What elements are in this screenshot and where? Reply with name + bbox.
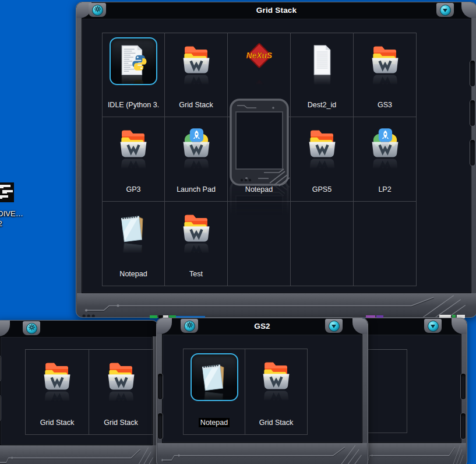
nexus-icon[interactable]: NeXuS: [241, 42, 277, 78]
empty-grid-cell: [368, 349, 407, 433]
empty-grid-cell: [291, 202, 354, 286]
desktop-shortcut-label-2: 2: [0, 219, 26, 229]
mini-window-icon[interactable]: [229, 98, 290, 187]
stack-item-grid-stack[interactable]: Grid Stack: [245, 349, 308, 435]
item-label: [258, 100, 261, 110]
window-footer: [157, 443, 367, 464]
window-footer: [0, 445, 157, 464]
folder-stack-icon[interactable]: [103, 358, 139, 395]
item-label: Notepad: [118, 269, 149, 279]
frame-ridges: [461, 374, 466, 439]
gear-icon: [94, 5, 101, 15]
item-label: Notepad: [244, 185, 274, 194]
left-stack-titlebar[interactable]: [0, 321, 158, 336]
settings-button[interactable]: [23, 321, 40, 335]
circuit-decoration: [0, 445, 157, 464]
notepad-icon[interactable]: [196, 359, 232, 395]
icon-grid: IDLE (Python 3. Grid Stack NeXuS Dest2_i…: [102, 33, 417, 286]
stack-item-test[interactable]: Test: [165, 202, 228, 286]
item-label: GP3: [124, 185, 142, 194]
grid-stack-titlebar[interactable]: Grid Stack: [76, 2, 476, 18]
circuit-decoration: [361, 443, 466, 464]
arrow-orb[interactable]: [428, 321, 439, 332]
right-stack-titlebar[interactable]: [361, 318, 467, 334]
settings-button[interactable]: [181, 319, 198, 333]
folder-stack-icon[interactable]: [115, 126, 151, 162]
frame-ridges: [470, 61, 475, 166]
item-label: Grid Stack: [38, 418, 76, 427]
item-label: IDLE (Python 3.: [106, 100, 161, 110]
item-label: Grid Stack: [258, 418, 295, 427]
stack-item-grid-stack[interactable]: Grid Stack: [165, 33, 228, 117]
window-grid-stack: Grid Stack IDLE (Python 3. Grid Stack Ne…: [76, 2, 476, 318]
circuit-decoration: [77, 293, 476, 317]
arrow-orb[interactable]: [329, 321, 340, 332]
stack-item-launch-pad[interactable]: Launch Pad: [165, 117, 228, 202]
item-label: Grid Stack: [177, 100, 214, 110]
gear-icon: [186, 321, 193, 331]
icon-grid: Grid Stack Grid Stack: [25, 349, 153, 435]
stack-item-grid-stack[interactable]: Grid Stack: [89, 349, 153, 435]
python-idle-icon[interactable]: [115, 43, 151, 79]
frame-ridges: [158, 374, 163, 439]
launchpad-icon[interactable]: [178, 126, 214, 162]
window-footer: [361, 443, 466, 464]
down-arrow-icon: [431, 325, 435, 328]
stack-item-notepad-window[interactable]: Notepad: [228, 117, 291, 202]
down-arrow-icon: [332, 325, 336, 328]
stack-item-nexus[interactable]: NeXuS: [228, 33, 291, 117]
window-gs2: GS2 Notepad Grid Stack: [156, 318, 368, 464]
window-title: Grid Stack: [76, 2, 476, 18]
window-footer: [77, 293, 476, 317]
item-label: Launch Pad: [175, 185, 217, 194]
window-left-stack: Grid Stack Grid Stack: [0, 320, 158, 464]
circuit-decoration: [157, 443, 367, 464]
gear-orb[interactable]: [26, 323, 37, 334]
item-label: Grid Stack: [102, 418, 139, 427]
folder-stack-icon[interactable]: [258, 358, 294, 394]
desktop-shortcut-dive[interactable]: DIVE… 2: [0, 182, 33, 229]
gs2-titlebar[interactable]: GS2: [157, 318, 368, 334]
gear-orb[interactable]: [184, 321, 195, 332]
dive-app-icon: [0, 195, 15, 205]
stack-item-gs3[interactable]: GS3: [354, 33, 417, 117]
folder-stack-icon[interactable]: [39, 358, 75, 395]
stack-item-idle-python[interactable]: IDLE (Python 3.: [102, 33, 165, 117]
arrow-orb[interactable]: [440, 5, 451, 16]
collapse-button[interactable]: [325, 319, 343, 333]
folder-stack-icon[interactable]: [178, 210, 214, 247]
stack-item-gp3[interactable]: GP3: [102, 117, 165, 202]
folder-stack-icon[interactable]: [367, 42, 403, 78]
stack-item-lp2[interactable]: LP2: [354, 117, 417, 202]
desktop-shortcut-label: DIVE…: [0, 209, 37, 219]
gear-orb[interactable]: [92, 5, 103, 16]
folder-stack-icon[interactable]: [304, 126, 340, 162]
collapse-button[interactable]: [424, 319, 442, 333]
launchpad-icon[interactable]: [367, 126, 403, 162]
stack-item-gps5[interactable]: GPS5: [291, 117, 354, 202]
stack-item-notepad[interactable]: Notepad: [183, 349, 245, 435]
stack-item-notepad[interactable]: Notepad: [102, 202, 165, 286]
selected-item-frame: [110, 37, 157, 85]
empty-grid-cell: [228, 202, 291, 286]
stack-item-grid-stack[interactable]: Grid Stack: [25, 349, 89, 435]
item-label: Notepad: [199, 418, 230, 427]
window-right-stack: [360, 318, 467, 464]
item-label: GS3: [376, 100, 394, 110]
notepad-icon[interactable]: [115, 210, 151, 247]
folder-stack-icon[interactable]: [178, 42, 214, 78]
selected-item-frame: [191, 353, 238, 401]
gear-icon: [28, 323, 36, 333]
icon-grid: [368, 349, 407, 433]
document-icon[interactable]: [304, 42, 340, 78]
settings-button[interactable]: [89, 3, 106, 17]
window-title: [361, 318, 467, 334]
item-label: Test: [188, 269, 204, 279]
empty-grid-cell: [354, 202, 417, 286]
svg-text:NeXuS: NeXuS: [246, 51, 272, 60]
item-label: Dest2_id: [306, 100, 338, 110]
collapse-button[interactable]: [436, 3, 454, 17]
stack-item-dest2-id[interactable]: Dest2_id: [291, 33, 354, 117]
icon-grid: Notepad Grid Stack: [183, 349, 308, 435]
item-label: GPS5: [311, 185, 333, 194]
